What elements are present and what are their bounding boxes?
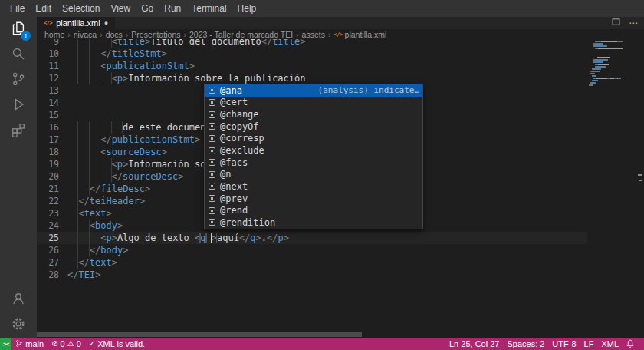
- line-number: 28: [37, 269, 67, 281]
- suggestion-item[interactable]: @facs: [205, 157, 422, 169]
- menu-item-terminal[interactable]: Terminal: [186, 0, 232, 17]
- suggestion-item[interactable]: @copyOf: [205, 121, 422, 133]
- code-token: >: [178, 171, 183, 182]
- breadcrumb-label: docs: [106, 30, 123, 39]
- cursor-position-status[interactable]: Ln 25, Col 27: [445, 338, 503, 350]
- extensions-button[interactable]: [0, 118, 37, 144]
- minimap-line: [589, 59, 638, 61]
- xml-valid-status[interactable]: ✓ XML is valid.: [85, 338, 149, 350]
- code-token: >: [162, 147, 167, 157]
- suggestion-item[interactable]: @rend: [205, 204, 422, 216]
- line-number: 26: [37, 244, 67, 256]
- indentation-status[interactable]: Spaces: 2: [503, 338, 548, 350]
- suggestion-item[interactable]: @exclude: [205, 144, 422, 157]
- suggestion-item[interactable]: @prev: [205, 193, 422, 205]
- line-number: 9: [37, 39, 67, 48]
- search-icon: [11, 46, 26, 64]
- indent-guides: [67, 232, 100, 244]
- code-token: sourceDesc: [123, 171, 178, 182]
- code-token: fileDesc: [100, 183, 145, 194]
- status-bar-right: Ln 25, Col 27 Spaces: 2 UTF-8 LF XML: [445, 338, 644, 350]
- code-token: >: [189, 61, 195, 71]
- suggestion-item[interactable]: @rendition: [205, 216, 422, 229]
- suggestion-label: @corresp: [220, 133, 264, 144]
- suggestion-item[interactable]: @corresp: [205, 133, 422, 145]
- suggestion-item[interactable]: @cert: [205, 97, 422, 109]
- code-line[interactable]: 25<p>Algo de texto <q >aquí</q>.</p>: [37, 232, 587, 244]
- split-editor-icon[interactable]: [611, 16, 621, 30]
- breadcrumb-label: plantilla.xml: [345, 30, 387, 39]
- breadcrumb-item[interactable]: home: [44, 30, 64, 39]
- run-and-debug-button[interactable]: [0, 93, 37, 118]
- breadcrumb-item[interactable]: 2023 - Taller de marcado TEI: [189, 30, 293, 39]
- code-text: <text>: [78, 207, 111, 220]
- code-text: <title>Título del documento</title>: [112, 39, 306, 48]
- breadcrumb-item[interactable]: assets: [302, 30, 325, 39]
- code-token: Información sob: [128, 159, 211, 170]
- tab-plantilla-xml[interactable]: </> plantilla.xml ●: [37, 17, 115, 29]
- notifications-button[interactable]: [623, 338, 638, 350]
- status-bar-left: >< main ⊘ 0 ⚠ 0 ✓ XML is valid.: [0, 338, 149, 350]
- menu-item-file[interactable]: File: [5, 0, 30, 17]
- code-token: body: [95, 220, 117, 231]
- menu-item-selection[interactable]: Selection: [57, 0, 105, 17]
- breadcrumb-separator-icon: ›: [124, 30, 130, 39]
- eol-status[interactable]: LF: [580, 338, 598, 350]
- minimap-line: [589, 78, 638, 79]
- code-token: Información sobre la publicación: [128, 73, 305, 84]
- suggestion-item[interactable]: @change: [205, 108, 422, 121]
- code-line[interactable]: 27</text>: [37, 256, 587, 269]
- problems-status[interactable]: ⊘ 0 ⚠ 0: [48, 338, 85, 350]
- code-text: </sourceDesc>: [112, 170, 184, 183]
- line-number: 11: [37, 60, 67, 72]
- code-line[interactable]: 12<p>Información sobre la publicación: [37, 72, 587, 84]
- language-status[interactable]: XML: [597, 338, 623, 350]
- branch-status[interactable]: main: [12, 338, 48, 350]
- menu-item-help[interactable]: Help: [232, 0, 262, 17]
- code-text: de este documento: [123, 121, 217, 134]
- breadcrumb-item[interactable]: nivaca: [74, 30, 97, 39]
- search-button[interactable]: [0, 42, 37, 68]
- warning-count: 0: [77, 339, 81, 348]
- breadcrumb-item[interactable]: </>plantilla.xml: [334, 30, 386, 39]
- suggestion-label: @next: [220, 181, 248, 192]
- explorer-badge: 1: [21, 31, 31, 41]
- remote-indicator[interactable]: ><: [0, 338, 12, 350]
- code-token: </: [78, 257, 89, 268]
- code-line[interactable]: 10</titleStmt>: [37, 48, 587, 60]
- code-line[interactable]: 28</TEI>: [37, 269, 587, 281]
- encoding-status[interactable]: UTF-8: [548, 338, 580, 350]
- code-token: >: [212, 233, 217, 243]
- code-line[interactable]: 11<publicationStmt>: [37, 60, 587, 72]
- suggestion-item[interactable]: @ana(analysis) indicate…: [205, 84, 422, 97]
- branch-name: main: [25, 339, 44, 348]
- indentation-label: Spaces: 2: [507, 339, 544, 348]
- suggestion-label: @rend: [220, 205, 248, 216]
- code-token: sourceDesc: [106, 147, 161, 157]
- minimap[interactable]: [589, 41, 638, 87]
- code-line[interactable]: 26</body>: [37, 244, 587, 256]
- menu-item-view[interactable]: View: [105, 0, 136, 17]
- source-control-button[interactable]: [0, 68, 37, 93]
- breadcrumb-item[interactable]: docs: [106, 30, 123, 39]
- suggestion-item[interactable]: @n: [205, 168, 422, 180]
- accounts-button[interactable]: [0, 287, 37, 312]
- suggestion-item[interactable]: @next: [205, 180, 422, 193]
- breadcrumb-item[interactable]: Presentations: [131, 30, 180, 39]
- modified-dot-icon[interactable]: ●: [104, 20, 108, 27]
- indent-guides: [67, 244, 90, 256]
- code-token: >: [300, 39, 305, 47]
- horizontal-scrollbar-thumb[interactable]: [37, 332, 362, 337]
- more-actions-icon[interactable]: ⋯: [629, 18, 638, 28]
- menu-item-go[interactable]: Go: [136, 0, 159, 17]
- menu-item-run[interactable]: Run: [159, 0, 186, 17]
- editor[interactable]: 9<title>Título del documento</title>10</…: [37, 39, 644, 338]
- gear-icon: [11, 316, 26, 335]
- attribute-icon: [209, 207, 215, 214]
- code-text: </text>: [78, 256, 117, 269]
- code-line[interactable]: 9<title>Título del documento</title>: [37, 39, 587, 48]
- line-number: 10: [37, 48, 67, 60]
- menu-item-edit[interactable]: Edit: [30, 0, 57, 17]
- settings-button[interactable]: [0, 312, 37, 338]
- explorer-button[interactable]: 1: [0, 17, 37, 42]
